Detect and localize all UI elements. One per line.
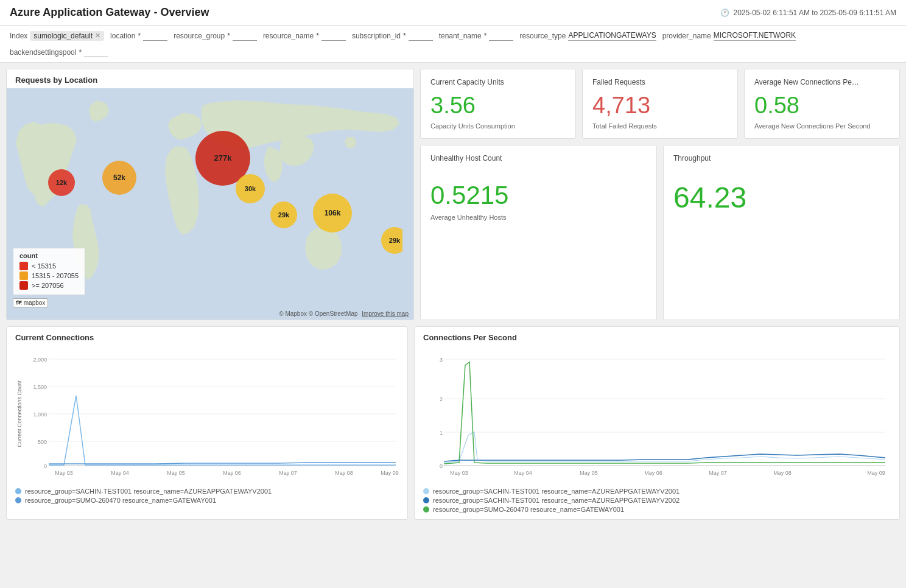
legend-row-2: 15315 - 207055 [19, 271, 79, 280]
avg-connections-title: Average New Connections Pe… [754, 78, 890, 86]
connections-per-second-title: Connections Per Second [423, 333, 891, 342]
svg-text:29k: 29k [389, 237, 401, 244]
svg-text:2,000: 2,000 [33, 357, 47, 363]
legend-row-3: >= 207056 [19, 281, 79, 290]
svg-text:May 05: May 05 [580, 470, 598, 476]
svg-text:May 07: May 07 [279, 470, 297, 476]
metrics-top-row: Current Capacity Units 3.56 Capacity Uni… [420, 69, 900, 139]
legend-label-cc-1: resource_group=SACHIN-TEST001 resource_n… [25, 488, 272, 495]
provider-name-value[interactable]: MICROSOFT.NETWORK [714, 31, 796, 41]
legend-label-cc-2: resource_group=SUMO-260470 resource_name… [25, 497, 216, 504]
improve-map-link[interactable]: Improve this map [362, 310, 409, 317]
svg-text:1,000: 1,000 [33, 411, 47, 418]
filter-location: location * [110, 30, 167, 41]
filter-bar: Index sumologic_default ✕ location * res… [0, 26, 906, 63]
subscription-id-value[interactable] [409, 30, 433, 41]
throughput-title: Throughput [673, 154, 890, 163]
legend-dot-1 [15, 488, 21, 494]
legend-swatch-3 [19, 281, 28, 290]
location-label: location [110, 32, 135, 40]
unhealthy-host-value: 0.5215 [430, 181, 647, 210]
avg-connections-value: 0.58 [754, 93, 890, 119]
metric-avg-connections: Average New Connections Pe… 0.58 Average… [744, 69, 900, 139]
svg-text:1: 1 [440, 430, 443, 436]
cps-legend-label-3: resource_group=SUMO-260470 resource_name… [433, 506, 624, 513]
tenant-name-label: tenant_name [439, 32, 482, 40]
current-connections-legend: resource_group=SACHIN-TEST001 resource_n… [15, 488, 399, 504]
metric-current-capacity: Current Capacity Units 3.56 Capacity Uni… [420, 69, 576, 139]
filter-backendsettingspool: backendsettingspool * [10, 47, 108, 57]
location-value[interactable] [143, 30, 167, 41]
connections-per-second-legend: resource_group=SACHIN-TEST001 resource_n… [423, 488, 891, 513]
cps-legend-dot-1 [423, 488, 429, 494]
failed-requests-subtitle: Total Failed Requests [592, 122, 728, 130]
current-connections-chart: Current Connections Count 2,000 1,500 1,… [15, 347, 399, 483]
map-title: Requests by Location [7, 69, 413, 88]
svg-text:May 04: May 04 [111, 470, 129, 476]
cps-legend-item-2: resource_group=SACHIN-TEST001 resource_n… [423, 497, 891, 504]
current-capacity-subtitle: Capacity Units Consumption [430, 122, 566, 130]
map-panel: Requests by Location [6, 69, 414, 320]
cps-legend-label-2: resource_group=SACHIN-TEST001 resource_n… [433, 497, 680, 504]
legend-swatch-1 [19, 262, 28, 270]
legend-swatch-2 [19, 271, 28, 280]
legend-row-1: < 15315 [19, 262, 79, 270]
svg-text:0: 0 [440, 463, 443, 469]
mapbox-logo: 🗺 mapbox [13, 298, 48, 307]
current-capacity-title: Current Capacity Units [430, 78, 566, 86]
subscription-id-label: subscription_id [352, 32, 401, 40]
svg-text:106k: 106k [325, 209, 341, 217]
filter-resource-type: resource_type APPLICATIONGATEWAYS [519, 31, 656, 41]
current-connections-title: Current Connections [15, 333, 399, 342]
current-capacity-value: 3.56 [430, 93, 566, 119]
cps-legend-dot-2 [423, 497, 429, 503]
svg-text:12k: 12k [56, 179, 68, 186]
metrics-col: Current Capacity Units 3.56 Capacity Uni… [420, 69, 900, 320]
legend-label-3: >= 207056 [32, 282, 64, 289]
unhealthy-host-title: Unhealthy Host Count [430, 154, 647, 163]
legend-item-2: resource_group=SUMO-260470 resource_name… [15, 497, 399, 504]
svg-text:May 05: May 05 [167, 470, 185, 476]
backendsettingspool-label: backendsettingspool [10, 48, 76, 57]
connections-per-second-panel: Connections Per Second 3 2 1 0 [414, 326, 900, 520]
legend-label-2: 15315 - 207055 [32, 272, 79, 279]
resource-group-value[interactable] [233, 30, 257, 41]
failed-requests-title: Failed Requests [592, 78, 728, 86]
svg-text:May 03: May 03 [55, 470, 73, 476]
page-title: Azure Application Gateway - Overview [10, 6, 209, 19]
resource-name-label: resource_name [263, 32, 314, 40]
svg-text:May 08: May 08 [773, 470, 792, 476]
row-2: Current Connections Current Connections … [6, 326, 900, 520]
map-legend: count < 15315 15315 - 207055 >= 207056 [13, 248, 85, 295]
backendsettingspool-value[interactable] [84, 47, 108, 57]
svg-text:May 07: May 07 [709, 470, 727, 476]
svg-text:1,500: 1,500 [33, 384, 47, 390]
failed-requests-value: 4,713 [592, 93, 728, 119]
index-remove[interactable]: ✕ [95, 32, 100, 40]
metric-throughput: Throughput 64.23 [663, 145, 900, 320]
filter-tenant-name: tenant_name * [439, 30, 514, 41]
current-connections-panel: Current Connections Current Connections … [6, 326, 408, 520]
filter-resource-name: resource_name * [263, 30, 346, 41]
svg-text:29k: 29k [278, 211, 290, 219]
metric-unhealthy-host: Unhealthy Host Count 0.5215 Average Unhe… [420, 145, 657, 320]
resource-type-value[interactable]: APPLICATIONGATEWAYS [568, 31, 656, 41]
index-tag[interactable]: sumologic_default ✕ [30, 31, 104, 41]
svg-text:30k: 30k [245, 185, 256, 192]
filter-subscription-id: subscription_id * [352, 30, 433, 41]
svg-text:May 06: May 06 [223, 470, 241, 476]
svg-text:500: 500 [38, 439, 47, 445]
svg-text:May 09: May 09 [867, 470, 885, 476]
svg-text:May 08: May 08 [335, 470, 353, 476]
resource-name-value[interactable] [321, 30, 346, 41]
tenant-name-value[interactable] [489, 30, 513, 41]
filter-resource-group: resource_group * [174, 30, 257, 41]
avg-connections-subtitle: Average New Connections Per Second [754, 122, 890, 130]
index-label: Index [10, 32, 27, 40]
svg-text:May 06: May 06 [644, 470, 662, 476]
time-range: 🕐 2025-05-02 6:11:51 AM to 2025-05-09 6:… [720, 9, 896, 17]
svg-text:2: 2 [440, 396, 443, 402]
svg-text:May 04: May 04 [514, 470, 532, 476]
resource-type-label: resource_type [519, 32, 566, 40]
cps-legend-item-1: resource_group=SACHIN-TEST001 resource_n… [423, 488, 891, 495]
